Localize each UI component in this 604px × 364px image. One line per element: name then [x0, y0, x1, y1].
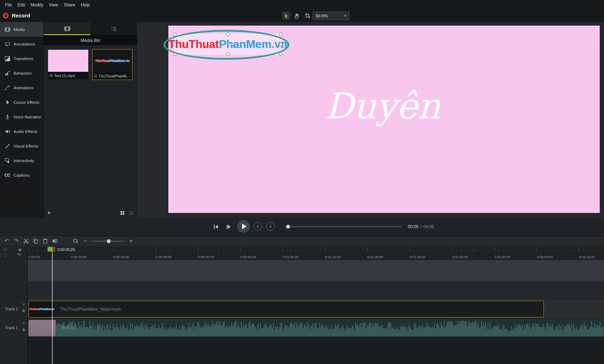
- edit-cursor-tool[interactable]: [282, 12, 290, 20]
- selection-handle-se[interactable]: [279, 52, 283, 56]
- grid-view-icon[interactable]: [120, 210, 125, 215]
- playhead-line[interactable]: [52, 251, 53, 364]
- selection-handle-nw[interactable]: [173, 33, 177, 36]
- track-1-toggles: [21, 322, 26, 331]
- canvas-tools: [282, 12, 311, 20]
- sidebar-item-transitions[interactable]: Transitions: [0, 51, 43, 66]
- menu-view[interactable]: View: [46, 1, 61, 9]
- sidebar-item-cursor-effects[interactable]: Cursor Effects: [0, 95, 43, 109]
- jump-back-button[interactable]: ‹: [253, 222, 262, 231]
- audio-waveform: [28, 320, 604, 336]
- eye-icon[interactable]: [22, 303, 26, 306]
- timeline-toolbar: ↶ ↷ − +: [0, 236, 604, 246]
- sidebar-item-captions[interactable]: CC Captions: [0, 168, 43, 182]
- media-item-test-mp4[interactable]: Test (1).mp4: [48, 50, 88, 79]
- menu-help[interactable]: Help: [78, 1, 93, 9]
- ruler-label: 0:01:20;00: [367, 255, 383, 259]
- zoom-slider-knob[interactable]: [107, 239, 111, 243]
- playhead-in-handle[interactable]: [47, 247, 53, 252]
- sidebar-item-animations[interactable]: Animations: [0, 80, 43, 95]
- split-button[interactable]: [52, 238, 58, 244]
- cut-button[interactable]: [23, 238, 29, 244]
- camtasia-window: File Edit Modify View Share Help Camtasi…: [0, 0, 604, 364]
- clip-test-video[interactable]: Test (1): [28, 320, 604, 336]
- selection-handle-e[interactable]: [279, 43, 283, 46]
- media-thumbnail: [48, 50, 88, 72]
- canvas-area: Duyên ThuThuatPhanMem.vn: [137, 22, 604, 218]
- selection-anchor-center[interactable]: [230, 43, 233, 46]
- sidebar-item-label: Cursor Effects: [14, 100, 40, 105]
- bin-bottom-bar: +: [44, 208, 137, 218]
- playhead[interactable]: [47, 247, 55, 252]
- sidebar-item-media[interactable]: Media: [0, 22, 43, 37]
- step-back-icon: [212, 224, 219, 230]
- play-button[interactable]: [237, 220, 250, 233]
- mini-watermark: ThuThuatPhanMem.vn: [95, 59, 130, 63]
- add-track-button[interactable]: +: [16, 247, 23, 252]
- crop-tool[interactable]: [304, 12, 311, 20]
- menu-file[interactable]: File: [2, 1, 15, 9]
- step-forward-icon: [225, 224, 232, 230]
- track-options-icon[interactable]: [3, 247, 7, 252]
- sidebar-item-voice-narration[interactable]: Voice Narration: [0, 109, 43, 124]
- next-frame-button[interactable]: [225, 223, 232, 230]
- lock-icon[interactable]: [22, 327, 25, 331]
- track-collapse-button[interactable]: [17, 253, 21, 256]
- selection-handle-n[interactable]: [226, 33, 230, 36]
- selection-handle-sw[interactable]: [173, 52, 177, 56]
- zoom-in-button[interactable]: +: [128, 238, 134, 244]
- library-tab[interactable]: [90, 22, 137, 35]
- captions-icon: CC: [4, 172, 10, 178]
- record-label: Record: [12, 12, 30, 18]
- seek-bar[interactable]: [285, 226, 401, 227]
- copy-button[interactable]: [32, 238, 39, 244]
- playhead-out-handle[interactable]: [53, 247, 55, 252]
- ruler-minor-ticks: [28, 250, 604, 252]
- record-bar: Record 68.6% ▾: [0, 10, 604, 22]
- media-bin-tab[interactable]: [44, 22, 90, 35]
- media-thumbnail: ThuThuatPhanMem.vn: [93, 49, 132, 72]
- selection-handle-w[interactable]: [173, 43, 177, 46]
- tools-sidebar: Media Annotations Transitions Behaviors …: [0, 22, 44, 218]
- paste-button[interactable]: [42, 238, 48, 244]
- record-button[interactable]: Record: [3, 12, 30, 18]
- menu-share[interactable]: Share: [61, 1, 78, 9]
- sidebar-item-label: Animations: [14, 86, 34, 90]
- add-media-button[interactable]: +: [47, 210, 54, 216]
- previous-frame-button[interactable]: [212, 223, 219, 230]
- sidebar-item-interactivity[interactable]: Interactivity: [0, 153, 43, 168]
- canvas-zoom-select[interactable]: 68.6% ▾: [312, 11, 350, 20]
- track-scroll-icon[interactable]: [3, 253, 7, 257]
- lock-icon[interactable]: [22, 309, 25, 312]
- filmstrip-icon: [64, 26, 70, 32]
- sidebar-item-behaviors[interactable]: Behaviors: [0, 66, 43, 80]
- media-item-label-row: ThuThuatPhanM...: [93, 72, 132, 80]
- timeline-ruler[interactable]: 0:00:00 0:00:10;00 0:00:20;00 0:00:30;00…: [28, 246, 604, 260]
- undo-button[interactable]: ↶: [4, 238, 10, 244]
- selection-handle-ne[interactable]: [279, 33, 283, 36]
- pan-tool[interactable]: [293, 12, 301, 20]
- video-stage[interactable]: Duyên ThuThuatPhanMem.vn: [168, 26, 600, 213]
- redo-button[interactable]: ↷: [13, 238, 20, 244]
- list-icon: [111, 26, 117, 32]
- list-view-icon[interactable]: [128, 210, 133, 215]
- zoom-tool-button[interactable]: [73, 238, 79, 244]
- menu-modify[interactable]: Modify: [28, 1, 46, 9]
- jump-forward-button[interactable]: ›: [266, 222, 275, 231]
- watermark-selection-box[interactable]: ThuThuatPhanMem.vn: [174, 34, 281, 54]
- ruler-label: 0:02:10;00: [579, 255, 595, 259]
- sidebar-item-annotations[interactable]: Annotations: [0, 37, 43, 51]
- timeline-empty-row: [28, 281, 604, 300]
- selection-handle-s[interactable]: [226, 52, 230, 56]
- eye-icon[interactable]: [22, 322, 26, 325]
- ruler-label: 0:01:30;00: [410, 255, 426, 259]
- seek-handle[interactable]: [286, 225, 290, 229]
- sidebar-item-audio-effects[interactable]: Audio Effects: [0, 124, 43, 139]
- timeline-zoom-slider[interactable]: [92, 241, 125, 242]
- clip-watermark[interactable]: ThuThuatPhanMem.vn ThuThuatPhanMem_Water…: [28, 301, 544, 317]
- zoom-out-button[interactable]: −: [82, 238, 89, 244]
- ruler-label: 0:01:10;00: [325, 255, 341, 259]
- sidebar-item-visual-effects[interactable]: Visual Effects: [0, 139, 43, 153]
- media-item-watermark[interactable]: ThuThuatPhanMem.vn ThuThuatPhanM...: [92, 49, 132, 80]
- menu-edit[interactable]: Edit: [15, 1, 28, 9]
